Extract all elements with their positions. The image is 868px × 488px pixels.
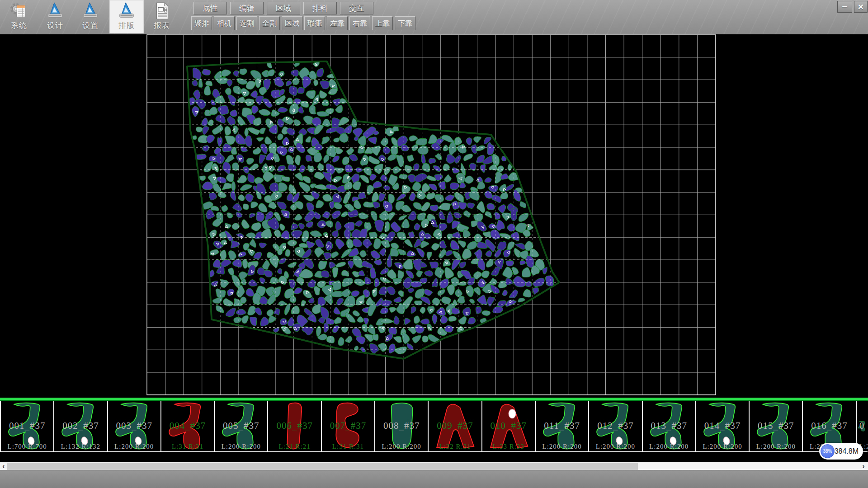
nesting-canvas-svg (0, 34, 868, 398)
piece-lr-count: L:200 R:200 (215, 443, 267, 450)
minimize-button[interactable]: − (837, 1, 852, 13)
scroll-left-icon[interactable]: ‹ (0, 462, 7, 470)
piece-name: 012_#37 (589, 420, 642, 432)
tool-button-3[interactable]: 选割 (236, 16, 257, 30)
nav-tab-label: 排版 (109, 20, 144, 31)
piece-cell-2[interactable]: 002_#37 L:132 R:132 (53, 401, 107, 452)
piece-name: 002_#37 (54, 420, 107, 432)
piece-cell-15[interactable]: 015_#37 L:200 R:200 (749, 401, 802, 452)
piece-strip: 001_#37 L:700 R:700 002_#37 L:132 R:132 … (0, 401, 868, 452)
tool-bar: 聚排相机选割全割区域瑕疵左靠右靠上靠下靠 (191, 16, 415, 30)
piece-cell-5[interactable]: 005_#37 L:200 R:200 (214, 401, 267, 452)
piece-cell-8[interactable]: 008_#37 L:200 R:200 (374, 401, 428, 452)
tool-button-5[interactable]: 区域 (282, 16, 302, 30)
piece-lr-count: L:21 R:21 (268, 443, 321, 450)
close-button[interactable]: × (854, 1, 868, 13)
tool-button-1[interactable]: 聚排 (191, 16, 212, 30)
piece-cell-14[interactable]: 014_#37 L:200 R:200 (695, 401, 749, 452)
memory-badge: 38% 384.8M (819, 443, 863, 460)
tool-button-2[interactable]: 相机 (214, 16, 235, 30)
piece-cell-6[interactable]: 006_#37 L:21 R:21 (267, 401, 321, 452)
piece-name: 001_#37 (1, 420, 53, 432)
application-window: 系统 设计 设置 排版 报表 属性编辑区域排料交互 聚排相机选割全割区域瑕疵左靠… (0, 0, 868, 488)
nav-tab-label: 报表 (145, 20, 179, 31)
piece-lr-count: L:33 R:33 (482, 443, 535, 450)
piece-name: 015_#37 (750, 420, 802, 432)
piece-lr-count: L:200 R:200 (375, 443, 428, 450)
set-square-icon (117, 1, 136, 20)
menu-item-1[interactable]: 属性 (193, 2, 227, 14)
piece-cell-3[interactable]: 003_#37 L:200 R:200 (107, 401, 160, 452)
piece-name: 003_#37 (108, 420, 160, 432)
set-square-icon (46, 1, 65, 20)
piece-name: 009_#37 (429, 420, 481, 432)
scroll-right-icon[interactable]: › (860, 462, 867, 470)
menu-item-2[interactable]: 编辑 (230, 2, 264, 14)
nav-tab-4[interactable]: 排版 (109, 0, 144, 33)
memory-percent-badge: 38% (821, 444, 835, 458)
horizontal-scrollbar[interactable]: ‹ › (0, 462, 868, 470)
piece-lr-count: L:200 R:200 (589, 443, 642, 450)
nav-tab-5[interactable]: 报表 (145, 0, 179, 33)
nav-tab-label: 设计 (38, 20, 72, 31)
piece-cell-9[interactable]: 009_#37 L:32 R:31 (428, 401, 481, 452)
piece-lr-count: L:132 R:132 (54, 443, 107, 450)
piece-name: 007_#37 (322, 420, 374, 432)
menu-item-3[interactable]: 区域 (267, 2, 300, 14)
piece-lr-count: L:31 R:31 (322, 443, 374, 450)
tool-button-10[interactable]: 下靠 (395, 16, 415, 30)
tool-button-6[interactable]: 瑕疵 (304, 16, 325, 30)
nav-tab-2[interactable]: 设计 (38, 0, 72, 33)
piece-name: 006_#37 (268, 420, 321, 432)
piece-cell-10[interactable]: 010_#37 L:33 R:33 (481, 401, 535, 452)
piece-lr-count: L:31 R:31 (161, 443, 214, 450)
tool-button-9[interactable]: 上靠 (372, 16, 393, 30)
piece-name: 013_#37 (643, 420, 695, 432)
menu-item-4[interactable]: 排料 (303, 2, 337, 14)
piece-cell-7[interactable]: 007_#37 L:31 R:31 (321, 401, 374, 452)
strip-gap (0, 452, 868, 462)
report-icon (152, 1, 171, 20)
menu-bar: 属性编辑区域排料交互 (193, 2, 373, 14)
menu-item-5[interactable]: 交互 (340, 2, 373, 14)
nesting-canvas[interactable] (0, 34, 868, 398)
piece-lr-count: L:32 R:31 (429, 443, 481, 450)
nav-tab-1[interactable]: 系统 (2, 0, 36, 33)
piece-lr-count: L:700 R:700 (1, 443, 53, 450)
piece-name: 0 (857, 420, 868, 432)
piece-name: 005_#37 (215, 420, 267, 432)
piece-lr-count: L:200 R:200 (108, 443, 160, 450)
piece-name: 004_#37 (161, 420, 214, 432)
piece-lr-count: L:200 R:200 (696, 443, 749, 450)
piece-cell-1[interactable]: 001_#37 L:700 R:700 (0, 401, 53, 452)
piece-cell-12[interactable]: 012_#37 L:200 R:200 (588, 401, 642, 452)
piece-name: 010_#37 (482, 420, 535, 432)
tool-button-4[interactable]: 全割 (259, 16, 280, 30)
nav-tab-3[interactable]: 设置 (73, 0, 108, 33)
piece-name: 016_#37 (803, 420, 855, 432)
piece-cell-11[interactable]: 011_#37 L:200 R:200 (535, 401, 588, 452)
piece-name: 011_#37 (536, 420, 588, 432)
system-gear-icon (9, 1, 28, 20)
status-bar (0, 470, 868, 488)
piece-lr-count: L:200 R:200 (643, 443, 695, 450)
nav-tab-label: 设置 (73, 20, 108, 31)
tool-button-8[interactable]: 右靠 (349, 16, 370, 30)
piece-cell-4[interactable]: 004_#37 L:31 R:31 (160, 401, 214, 452)
nav-tab-label: 系统 (2, 20, 36, 31)
piece-name: 014_#37 (696, 420, 749, 432)
toolbar: 系统 设计 设置 排版 报表 属性编辑区域排料交互 聚排相机选割全割区域瑕疵左靠… (0, 0, 868, 34)
piece-lr-count: L:200 R:200 (536, 443, 588, 450)
tool-button-7[interactable]: 左靠 (327, 16, 348, 30)
set-square-icon (81, 1, 100, 20)
piece-cell-13[interactable]: 013_#37 L:200 R:200 (642, 401, 695, 452)
piece-lr-count: L:200 R:200 (750, 443, 802, 450)
scrollbar-thumb[interactable] (7, 463, 638, 470)
memory-value: 384.8M (835, 443, 859, 460)
piece-name: 008_#37 (375, 420, 428, 432)
